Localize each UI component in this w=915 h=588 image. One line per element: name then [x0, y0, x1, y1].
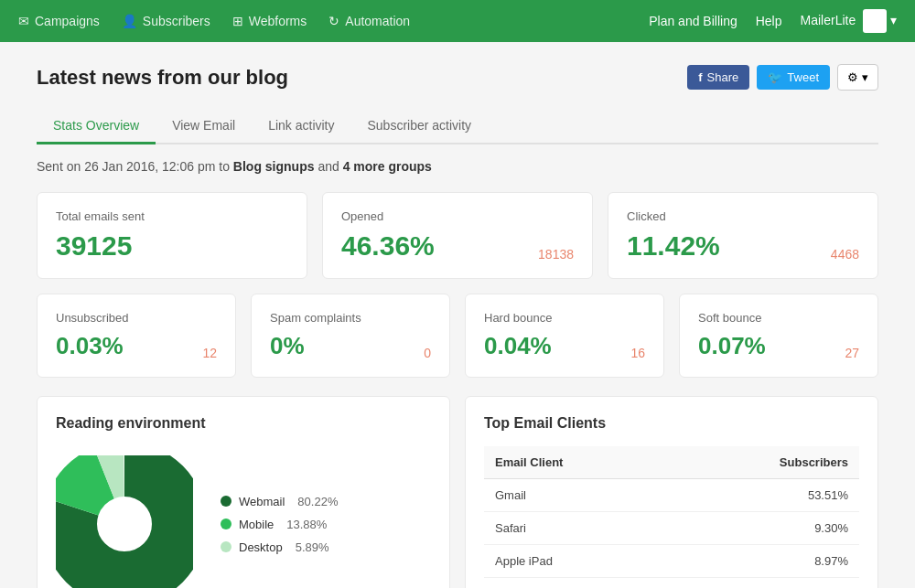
settings-caret: ▾	[862, 70, 868, 84]
nav-campaigns[interactable]: ✉ Campaigns	[18, 14, 100, 28]
pie-svg	[56, 455, 193, 588]
page-header: Latest news from our blog f Share 🐦 Twee…	[37, 64, 878, 91]
sent-info: Sent on 26 Jan 2016, 12:06 pm to Blog si…	[37, 159, 878, 174]
mobile-value: 13.88%	[286, 518, 327, 531]
webmail-dot	[221, 496, 231, 507]
gear-icon: ⚙	[847, 70, 858, 84]
total-emails-value: 39125	[56, 230, 132, 262]
opened-label: Opened	[341, 209, 574, 223]
spam-value: 0%	[270, 332, 305, 360]
stat-clicked: Clicked 11.42% 4468	[608, 192, 878, 279]
nav-left: ✉ Campaigns 👤 Subscribers ⊞ Webforms ↻ A…	[18, 14, 649, 28]
reading-env-title: Reading environment	[56, 415, 431, 432]
legend-webmail: Webmail 80.22%	[221, 495, 338, 508]
lower-section: Reading environment Webmail	[37, 396, 878, 588]
unsub-value: 0.03%	[56, 332, 124, 360]
email-clients-card: Top Email Clients Email Client Subscribe…	[465, 396, 878, 588]
opened-value: 46.36%	[341, 230, 435, 262]
nav-automation[interactable]: ↻ Automation	[328, 14, 410, 28]
client-value: 9.30%	[690, 512, 859, 545]
hard-bounce-main: 0.04% 16	[484, 332, 645, 360]
sent-prefix: Sent on 26 Jan 2016, 12:06 pm to	[37, 159, 233, 174]
unsub-main: 0.03% 12	[56, 332, 217, 360]
opened-count: 18138	[538, 247, 574, 262]
page-title: Latest news from our blog	[37, 66, 288, 90]
table-row: Internet Explorer 7.36%	[484, 578, 859, 589]
table-header: Email Client Subscribers	[484, 446, 859, 479]
table-row: Gmail 53.51%	[484, 479, 859, 512]
nav-automation-label: Automation	[345, 14, 410, 28]
help-link[interactable]: Help	[756, 14, 782, 28]
pie-legend: Webmail 80.22% Mobile 13.88% Desktop 5.8…	[221, 495, 338, 554]
tab-stats-overview[interactable]: Stats Overview	[37, 109, 156, 144]
total-emails-main: 39125	[56, 230, 288, 262]
spam-label: Spam complaints	[270, 311, 431, 325]
nav-subscribers-label: Subscribers	[143, 14, 210, 28]
mobile-dot	[221, 519, 231, 529]
hard-bounce-label: Hard bounce	[484, 311, 645, 325]
clicked-value: 11.42%	[627, 230, 720, 262]
hard-bounce-value: 0.04%	[484, 332, 552, 360]
nav-webforms-label: Webforms	[249, 14, 307, 28]
email-clients-table: Email Client Subscribers Gmail 53.51% Sa…	[484, 446, 859, 588]
opened-main: 46.36% 18138	[341, 230, 574, 262]
subscribers-icon: 👤	[122, 14, 137, 28]
clicked-label: Clicked	[627, 209, 859, 223]
email-clients-title: Top Email Clients	[484, 415, 859, 432]
stat-hard-bounce: Hard bounce 0.04% 16	[465, 294, 664, 378]
unsub-count: 12	[202, 346, 217, 360]
sent-more: 4 more groups	[343, 159, 432, 174]
webmail-value: 80.22%	[297, 495, 338, 508]
client-value: 7.36%	[690, 578, 859, 589]
mobile-label: Mobile	[239, 518, 274, 531]
col-subscribers-header: Subscribers	[690, 446, 859, 479]
envelope-icon: ✉	[18, 14, 29, 28]
plan-billing-link[interactable]: Plan and Billing	[649, 14, 737, 28]
stat-soft-bounce: Soft bounce 0.07% 27	[679, 294, 878, 378]
desktop-value: 5.89%	[296, 540, 329, 554]
stats-bottom-grid: Unsubscribed 0.03% 12 Spam complaints 0%…	[37, 294, 878, 378]
tab-link-activity[interactable]: Link activity	[252, 109, 350, 144]
client-name: Internet Explorer	[484, 578, 690, 589]
main-nav: ✉ Campaigns 👤 Subscribers ⊞ Webforms ↻ A…	[0, 0, 915, 42]
tab-subscriber-activity[interactable]: Subscriber activity	[351, 109, 489, 144]
chart-area: Webmail 80.22% Mobile 13.88% Desktop 5.8…	[56, 446, 431, 588]
tabs-bar: Stats Overview View Email Link activity …	[37, 109, 878, 144]
reading-environment-card: Reading environment Webmail	[37, 396, 450, 588]
soft-bounce-value: 0.07%	[698, 332, 766, 360]
col-client-header: Email Client	[484, 446, 690, 479]
page-content: Latest news from our blog f Share 🐦 Twee…	[18, 42, 897, 588]
sent-suffix: and	[315, 159, 343, 174]
nav-campaigns-label: Campaigns	[35, 14, 100, 28]
user-avatar	[863, 9, 887, 33]
tweet-label: Tweet	[787, 70, 819, 84]
desktop-label: Desktop	[239, 540, 283, 554]
stats-top-grid: Total emails sent 39125 Opened 46.36% 18…	[37, 192, 878, 279]
hard-bounce-count: 16	[630, 346, 645, 360]
client-name: Gmail	[484, 479, 690, 512]
client-name: Safari	[484, 512, 690, 545]
webforms-icon: ⊞	[232, 14, 243, 28]
twitter-icon: 🐦	[768, 70, 782, 84]
nav-subscribers[interactable]: 👤 Subscribers	[122, 14, 210, 28]
settings-button[interactable]: ⚙ ▾	[837, 64, 878, 91]
legend-desktop: Desktop 5.89%	[221, 540, 338, 554]
share-facebook-button[interactable]: f Share	[687, 65, 749, 90]
share-twitter-button[interactable]: 🐦 Tweet	[757, 65, 830, 90]
total-emails-label: Total emails sent	[56, 209, 288, 223]
share-label: Share	[707, 70, 739, 84]
webmail-label: Webmail	[239, 495, 285, 508]
soft-bounce-label: Soft bounce	[698, 311, 859, 325]
table-row: Apple iPad 8.97%	[484, 545, 859, 578]
stat-spam: Spam complaints 0% 0	[251, 294, 450, 378]
facebook-icon: f	[698, 70, 702, 84]
nav-webforms[interactable]: ⊞ Webforms	[232, 14, 307, 28]
soft-bounce-main: 0.07% 27	[698, 332, 859, 360]
user-menu[interactable]: MailerLite ▾	[801, 9, 897, 33]
table-row: Safari 9.30%	[484, 512, 859, 545]
soft-bounce-count: 27	[845, 346, 859, 360]
stat-unsubscribed: Unsubscribed 0.03% 12	[37, 294, 236, 378]
chevron-down-icon: ▾	[890, 13, 897, 27]
client-value: 8.97%	[690, 545, 859, 578]
tab-view-email[interactable]: View Email	[156, 109, 252, 144]
